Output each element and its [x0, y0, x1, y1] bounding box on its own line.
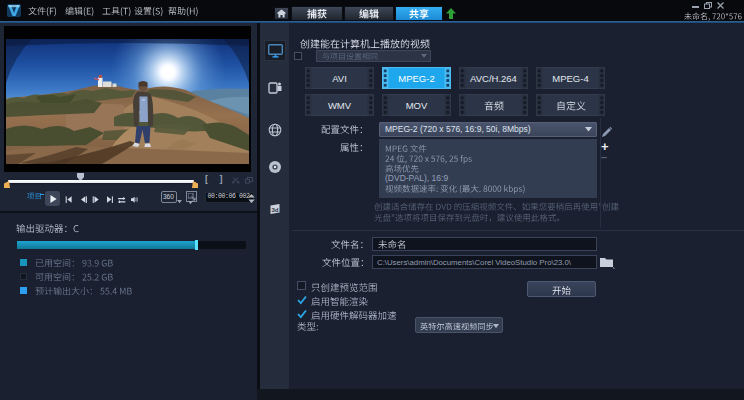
svg-text:3d: 3d — [271, 207, 278, 213]
